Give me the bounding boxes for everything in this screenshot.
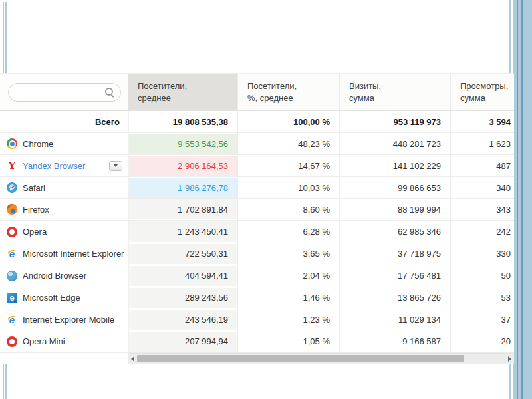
visits-sum-cell: 99 866 653 (339, 177, 450, 198)
column-header-views-sum[interactable]: Просмотры, сумма (450, 74, 514, 110)
opera-mini-icon (7, 336, 17, 347)
browser-cell: Safari (0, 177, 128, 198)
table-row: Microsoft Edge289 243,561,46 %13 865 726… (0, 287, 514, 309)
visitors-pct-cell: 3,65 % (237, 243, 339, 265)
visits-sum-cell: 13 865 726 (339, 287, 450, 309)
browser-cell: Android Browser (0, 265, 128, 287)
search-box[interactable] (8, 83, 121, 102)
visitors-avg-cell: 19 808 535,38 (128, 111, 237, 132)
scroll-left-arrow-icon[interactable] (131, 356, 134, 362)
visitors-pct-cell: 1,23 % (237, 309, 339, 331)
browser-cell: Internet Explorer Mobile (0, 309, 128, 331)
yandex-browser-icon (7, 160, 17, 171)
browser-name[interactable]: Microsoft Internet Explorer (23, 249, 124, 259)
opera-icon (7, 227, 17, 237)
views-sum-cell: 343 (450, 199, 514, 220)
search-cell (0, 74, 128, 110)
browser-stats-table: Посетители, среднее Посетители, %, средн… (0, 73, 514, 364)
browser-name[interactable]: Safari (23, 183, 45, 193)
visitors-pct-cell: 10,03 % (237, 177, 339, 198)
column-header-visits-sum[interactable]: Визиты, сумма (339, 74, 450, 110)
views-sum-cell: 37 (450, 309, 514, 331)
visits-sum-cell: 141 102 229 (339, 155, 450, 176)
visits-sum-cell: 62 985 346 (339, 221, 450, 242)
browser-cell: Всего (0, 111, 128, 132)
views-sum-cell: 330 (450, 243, 514, 265)
browser-cell: Chrome (0, 133, 128, 154)
visitors-avg-cell: 1 702 891,84 (128, 199, 237, 220)
browser-name[interactable]: Android Browser (23, 271, 86, 281)
browser-name[interactable]: Microsoft Edge (23, 293, 80, 303)
visitors-avg-cell: 207 994,94 (128, 331, 237, 352)
views-sum-cell: 3 594 (450, 111, 514, 132)
table-row: Opera1 243 450,416,28 %62 985 346242 (0, 221, 514, 243)
visitors-avg-cell: 1 243 450,41 (128, 221, 237, 242)
table-header-row: Посетители, среднее Посетители, %, средн… (0, 74, 514, 111)
horizontal-scrollbar[interactable] (128, 353, 514, 364)
visits-sum-cell: 88 199 994 (339, 199, 450, 220)
visitors-pct-cell: 1,05 % (237, 331, 339, 352)
views-sum-cell: 20 (450, 331, 514, 352)
slide-right-border-band (513, 0, 532, 399)
table-row: Android Browser404 594,412,04 %17 756 48… (0, 265, 514, 287)
browser-name[interactable]: Yandex Browser (23, 161, 85, 171)
firefox-icon (7, 204, 17, 215)
browser-cell: Firefox (0, 199, 128, 220)
browser-name[interactable]: Firefox (23, 205, 49, 215)
slide-canvas: Посетители, среднее Посетители, %, средн… (0, 0, 532, 399)
browser-cell: Microsoft Internet Explorer (0, 243, 128, 265)
edge-icon (7, 293, 17, 303)
scrollbar-thumb[interactable] (137, 355, 464, 362)
visitors-pct-cell: 14,67 % (237, 155, 339, 176)
visits-sum-cell: 953 119 973 (339, 111, 450, 132)
browser-cell: Opera Mini (0, 331, 128, 352)
browser-name[interactable]: Opera Mini (23, 336, 65, 346)
search-input[interactable] (9, 84, 152, 100)
row-dropdown-button[interactable] (109, 161, 122, 171)
android-browser-icon (7, 271, 17, 281)
views-sum-cell: 50 (450, 265, 514, 287)
views-sum-cell: 242 (450, 221, 514, 242)
views-sum-cell: 487 (450, 155, 514, 176)
caret-down-icon (114, 164, 118, 167)
slide-right-border-dark-line-2 (521, 0, 523, 399)
visitors-avg-cell: 289 243,56 (128, 287, 237, 309)
table-row: Firefox1 702 891,848,60 %88 199 994343 (0, 199, 514, 221)
table-total-row: Всего19 808 535,38100,00 %953 119 9733 5… (0, 111, 514, 133)
total-label: Всего (95, 117, 120, 127)
browser-cell: Opera (0, 221, 128, 242)
safari-icon (7, 182, 17, 193)
browser-name[interactable]: Opera (23, 227, 47, 237)
slide-right-border-dark-line-1 (517, 0, 518, 399)
table-row: Safari1 986 276,7810,03 %99 866 653340 (0, 177, 514, 199)
table-row: Chrome9 553 542,5648,23 %448 281 7231 62… (0, 133, 514, 155)
visits-sum-cell: 17 756 481 (339, 265, 450, 287)
visitors-avg-cell: 243 546,19 (128, 309, 237, 331)
table-row: Microsoft Internet Explorer722 550,313,6… (0, 243, 514, 265)
visitors-pct-cell: 2,04 % (237, 265, 339, 287)
table-row: Opera Mini207 994,941,05 %9 166 58720 (0, 331, 514, 353)
browser-name[interactable]: Chrome (23, 139, 53, 149)
visits-sum-cell: 9 166 587 (339, 331, 450, 352)
browser-name[interactable]: Internet Explorer Mobile (23, 315, 114, 325)
table-body: Всего19 808 535,38100,00 %953 119 9733 5… (0, 111, 514, 353)
ie-mobile-icon (7, 315, 17, 325)
visitors-avg-cell: 1 986 276,78 (128, 177, 237, 198)
table-row: Internet Explorer Mobile243 546,191,23 %… (0, 309, 514, 331)
browser-cell: Microsoft Edge (0, 287, 128, 309)
views-sum-cell: 340 (450, 177, 514, 198)
visits-sum-cell: 448 281 723 (339, 133, 450, 154)
visitors-pct-cell: 100,00 % (237, 111, 339, 132)
browser-cell: Yandex Browser (0, 155, 128, 176)
visits-sum-cell: 37 718 975 (339, 243, 450, 265)
visitors-pct-cell: 48,23 % (237, 133, 339, 154)
chrome-icon (7, 138, 17, 149)
scroll-right-arrow-icon[interactable] (508, 356, 511, 362)
views-sum-cell: 53 (450, 287, 514, 309)
visitors-pct-cell: 6,28 % (237, 221, 339, 242)
visitors-avg-cell: 722 550,31 (128, 243, 237, 265)
internet-explorer-icon (7, 249, 17, 259)
search-icon[interactable] (105, 88, 113, 96)
visitors-avg-cell: 9 553 542,56 (128, 133, 237, 154)
column-header-visitors-pct[interactable]: Посетители, %, среднее (237, 74, 339, 110)
